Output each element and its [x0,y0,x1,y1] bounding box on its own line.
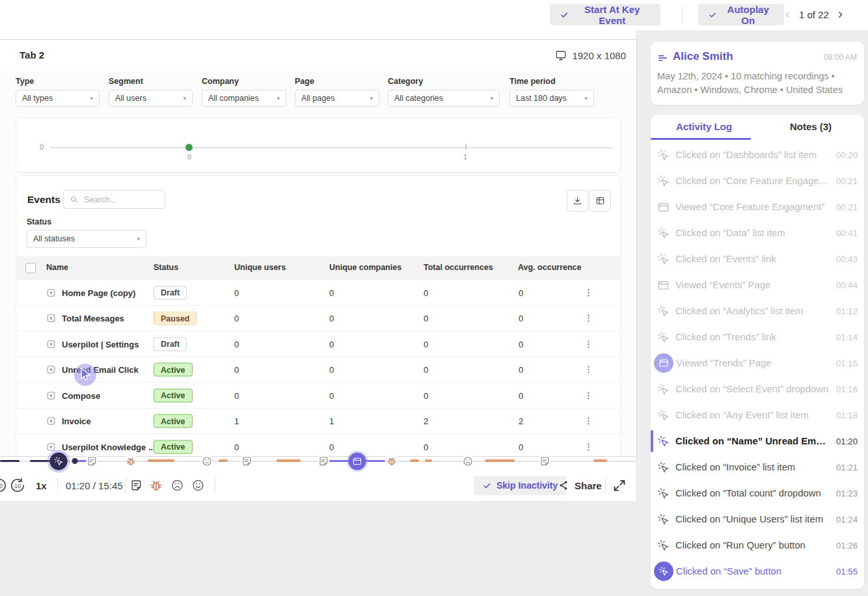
chevron-down-icon: ▾ [370,95,373,102]
active-tab-underline [651,138,751,140]
autoplay-button[interactable]: Autoplay On [698,4,784,25]
timeline-note-icon[interactable] [87,456,98,467]
activity-item[interactable]: Clicked on “Save” button01:55 [651,558,864,584]
skip-inactivity-button[interactable]: Skip Inactivity [474,476,567,495]
timeline-key-event-badge[interactable] [349,453,366,470]
activity-item[interactable]: Clicked on “Analytics” list item01:12 [651,298,864,324]
topbar-divider [682,7,683,24]
click-icon [657,435,670,448]
activity-time: 00:43 [836,254,858,264]
filter-label: Page [295,77,379,86]
session-video[interactable]: Tab 2 1920 x 1080 TypeAll types▾SegmentA… [0,39,637,457]
session-meta: May 12th, 2024 • 10 matching recordings … [657,70,856,97]
avg-occurrence-value: 0 [519,314,523,323]
session-replay-app: Start At Key Event Autoplay On 1 of 22 T… [0,0,868,596]
timeline-frown-icon[interactable] [463,456,474,467]
activity-item[interactable]: Clicked on “Dashboards” list item00:20 [651,142,864,168]
total-occurrences-value: 2 [424,416,428,426]
activity-time: 00:44 [836,280,858,290]
total-occurrences-value: 0 [424,314,428,323]
activity-time: 01:12 [836,306,858,316]
activity-item[interactable]: Clicked on “Run Query” button01:26 [651,532,864,558]
playhead-dot[interactable] [72,458,78,464]
event-name: Userpilot Knowledge ... [62,442,156,452]
recorded-filter-page: PageAll pages▾ [295,77,379,107]
timeline-segment-orange [593,459,607,462]
activity-text: Clicked on “Analytics” list item [675,306,830,316]
playback-speed[interactable]: 1x [36,480,47,491]
filter-select: All pages▾ [295,90,379,107]
share-button[interactable]: Share [558,470,602,501]
chevron-right-icon[interactable] [836,10,845,19]
forward-10-icon[interactable]: 10 [9,477,26,494]
timeline-segment-orange [148,459,174,462]
activity-item[interactable]: Clicked on “Total count” dropdown01:23 [651,480,864,506]
fullscreen-icon[interactable] [613,479,626,492]
activity-text: Clicked on “Events” link [675,254,830,264]
chevron-down-icon: ▾ [90,95,93,102]
activity-item[interactable]: Viewed “Core Feature Engagment”00:21 [651,194,864,220]
rewind-10-icon[interactable]: 10 [0,477,8,494]
status-filter-value: All statuses [33,234,75,243]
event-row: ComposeActive0000 [16,382,620,409]
timeline-note-icon[interactable] [539,456,550,467]
chevron-left-icon[interactable] [783,10,792,19]
filter-value: All users [115,94,146,103]
controls-divider [605,478,606,493]
event-tag-icon [46,442,56,452]
timeline-smiley-icon[interactable] [202,456,213,467]
timeline-bug-icon[interactable] [387,456,398,467]
activity-item[interactable]: Clicked on “Core Feature Engagem...00:21 [651,168,864,194]
event-row: Unread Email ClickActive0000 [16,357,620,383]
add-note-icon[interactable] [129,479,142,492]
filter-select: All companies▾ [202,90,286,107]
session-user-card[interactable]: Alice Smith 08:00 AM May 12th, 2024 • 10… [651,42,864,105]
avg-occurrence-value: 0 [519,390,523,400]
activity-item[interactable]: Clicked on “Select Event” dropdown01:16 [651,376,864,402]
activity-item[interactable]: Clicked on “Name” Unread Email C...01:20 [651,428,864,454]
activity-item[interactable]: Viewed “Events” Page00:44 [651,272,864,298]
activity-text: Clicked on “Trends” link [675,332,830,342]
event-tag-icon [46,339,56,349]
activity-item[interactable]: Clicked on “Invoice” list item01:21 [651,454,864,480]
select-all-checkbox [25,263,36,273]
column-header: Unique companies [329,256,401,279]
tab-notes[interactable]: Notes (3) [757,115,864,139]
unique-companies-value: 0 [329,288,334,297]
activity-time: 00:21 [836,176,858,186]
bug-marker-icon[interactable] [149,478,163,493]
pager-count: 1 of 22 [799,9,829,20]
columns-button [590,190,611,211]
activity-item[interactable]: Clicked on “Any Event” list item01:18 [651,402,864,428]
events-search-input [63,190,165,209]
timeline-note-icon[interactable] [318,456,329,467]
filter-label: Time period [509,77,594,86]
total-occurrences-value: 0 [424,339,428,349]
activity-item[interactable]: Clicked on “Trends” link01:14 [651,324,864,350]
chevron-down-icon: ▾ [183,95,186,102]
unique-users-value: 0 [234,442,239,452]
start-at-key-event-button[interactable]: Start At Key Event [550,4,660,25]
smiley-marker-icon[interactable] [191,479,205,493]
timeline-key-event-badge[interactable] [50,453,68,470]
timeline-bug-icon[interactable] [126,456,137,467]
total-occurrences-value: 0 [424,288,428,297]
event-row: Userpilot | SettingsDraft0000 [16,331,620,357]
activity-time: 01:26 [836,541,858,550]
activity-text: Clicked on “Dashboards” list item [675,150,830,160]
status-badge: Active [154,363,193,377]
tab-activity-log[interactable]: Activity Log [651,115,757,139]
total-occurrences-value: 0 [424,390,428,400]
frown-marker-icon[interactable] [170,479,184,493]
activity-item[interactable]: Clicked on “Data” list item00:41 [651,220,864,246]
activity-item[interactable]: Clicked on “Events” link00:43 [651,246,864,272]
activity-text: Clicked on “Select Event” dropdown [675,384,830,394]
page-icon [353,457,362,467]
activity-item[interactable]: Viewed “Trends” Page01:15 [651,350,864,376]
timeline-note-icon[interactable] [241,456,252,467]
playback-timeline[interactable] [0,453,636,470]
activity-item[interactable]: Clicked on “Unique Users” list item01:24 [651,506,864,532]
status-badge: Active [154,414,193,428]
unique-users-value: 0 [234,339,239,349]
recorded-tab-title: Tab 2 [20,40,44,71]
